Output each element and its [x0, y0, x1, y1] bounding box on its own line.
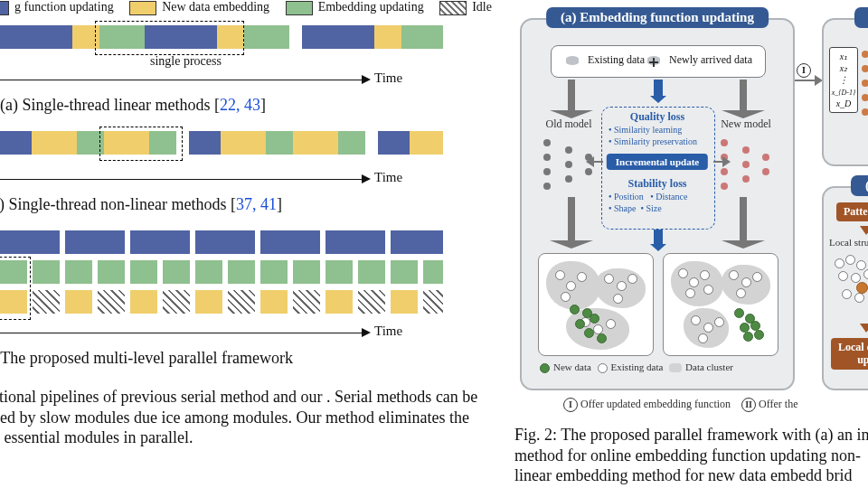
- swatch-yellow: [129, 1, 156, 15]
- arrow-icon: [654, 230, 663, 244]
- legend-label-0: g function updating: [14, 0, 114, 14]
- arrow-down-icon: [860, 226, 868, 235]
- database-icon: [564, 54, 580, 67]
- panel-a-title: (a) Embedding function updating: [546, 7, 769, 28]
- input-vector: x₁x₂⋮x_{D-1}x_D: [829, 47, 858, 113]
- time-label-c: Time: [374, 324, 402, 339]
- timeline-c-yellow: [0, 290, 443, 314]
- arrow-icon: [740, 197, 747, 240]
- timeline-b: [0, 131, 443, 155]
- panel-c: (c) Embed Pattern cl Local structure cha…: [822, 186, 868, 390]
- arrow-down-icon: [860, 324, 868, 333]
- panel-b-title: (b) New d: [854, 7, 868, 28]
- arrow-icon: [795, 80, 815, 81]
- fig1-caption-body: aputational pipelines of previous serial…: [0, 387, 497, 448]
- local-structure-label: Local structure chan: [829, 237, 868, 248]
- single-process-label: single process: [150, 54, 222, 69]
- new-data-icon: [646, 54, 662, 67]
- arrow-icon: [654, 80, 663, 96]
- arrow-icon: [713, 161, 722, 163]
- quality-items: • Similarity learning• Similarity preser…: [609, 125, 697, 147]
- caption-a: (a) Single-thread linear methods [22, 43…: [0, 96, 266, 115]
- cluster-after: [663, 253, 778, 356]
- timeline-a: [0, 25, 443, 49]
- mini-legend: New data Existing data Data cluster: [536, 361, 733, 373]
- swatch-blue: [0, 1, 9, 15]
- stability-loss-label: Stability loss: [627, 177, 686, 191]
- timeline-c-blue: [0, 230, 443, 254]
- panel-b-nn: [862, 47, 868, 105]
- old-model-label: Old model: [533, 117, 605, 131]
- legend-label-2: Embedding updating: [318, 0, 424, 14]
- roman-i-badge: I: [797, 61, 811, 78]
- caption-b: b) Single-thread non-linear methods [37,…: [0, 195, 282, 214]
- arrow-icon: [568, 197, 575, 240]
- quality-loss-label: Quality loss: [630, 110, 684, 124]
- legend-label-3: Idle: [472, 0, 492, 14]
- cluster-before: [538, 253, 654, 356]
- newly-arrived-label: Newly arrived data: [669, 53, 752, 66]
- arrow-icon: [740, 80, 747, 110]
- new-model-label: New model: [710, 117, 782, 131]
- arrow-icon: [594, 161, 603, 163]
- data-box: Existing data Newly arrived data: [551, 45, 766, 78]
- panel-c-title: (c) Embed: [851, 175, 868, 196]
- stability-items: • Position • Distance • Shape • Size: [609, 192, 687, 214]
- caption-c: ) The proposed multi-level parallel fram…: [0, 349, 293, 368]
- fig2-caption: Fig. 2: The proposed parallel framework …: [514, 425, 868, 488]
- pattern-pill: Pattern cl: [836, 202, 868, 221]
- time-label-a: Time: [374, 70, 402, 86]
- swatch-idle: [439, 1, 467, 15]
- timeline-c-green: [0, 260, 443, 284]
- legend-label-1: New data embedding: [162, 0, 269, 14]
- local-updating-pill: Local embeddingupdating: [831, 338, 868, 370]
- legend-row: g function updating New data embedding E…: [0, 0, 488, 16]
- time-label-b: Time: [374, 170, 402, 185]
- arrow-icon: [568, 80, 575, 110]
- roman-legend: I Offer updated embedding function II Of…: [563, 398, 798, 412]
- panel-c-scatter: [831, 253, 868, 316]
- incremental-update-pill: Incremental update: [607, 154, 708, 170]
- panel-a: (a) Embedding function updating Existing…: [520, 18, 795, 390]
- existing-data-label: Existing data: [588, 53, 645, 66]
- swatch-green: [286, 1, 313, 15]
